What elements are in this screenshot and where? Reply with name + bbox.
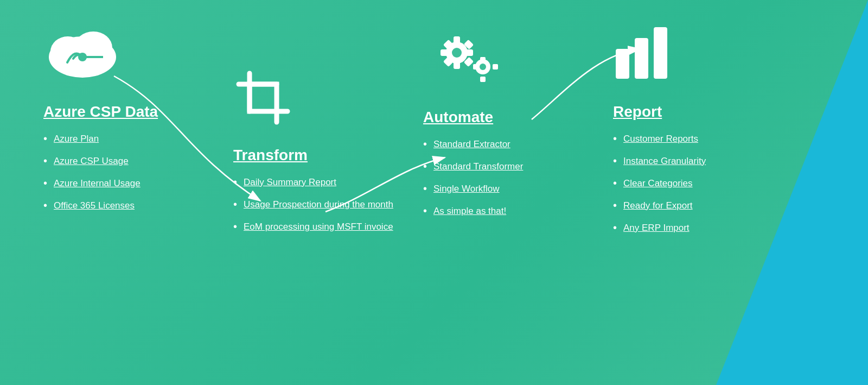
transform-section: Transform Daily Summary Report Usage Pro…	[222, 49, 412, 248]
clear-categories-link[interactable]: Clear Categories	[623, 178, 693, 189]
list-item: As simple as that!	[423, 205, 523, 217]
customer-reports-link[interactable]: Customer Reports	[623, 134, 698, 144]
azure-title: Azure CSP Data	[43, 103, 158, 121]
svg-rect-26	[493, 64, 498, 70]
report-icon	[613, 22, 673, 84]
svg-point-12	[452, 48, 462, 58]
transform-list: Daily Summary Report Usage Prospection d…	[233, 176, 393, 243]
list-item: Instance Granularity	[613, 155, 706, 167]
svg-rect-15	[441, 49, 448, 56]
svg-rect-8	[250, 84, 277, 111]
list-item: Standard Transformer	[423, 160, 523, 173]
list-item: Azure CSP Usage	[43, 155, 141, 167]
svg-rect-29	[654, 27, 667, 79]
azure-internal-usage-link[interactable]: Azure Internal Usage	[54, 178, 141, 189]
standard-transformer-link[interactable]: Standard Transformer	[433, 161, 523, 172]
svg-rect-13	[454, 36, 460, 44]
list-item: Standard Extractor	[423, 138, 523, 150]
office-365-link[interactable]: Office 365 Licenses	[54, 200, 135, 211]
list-item: Azure Plan	[43, 132, 141, 145]
svg-rect-25	[473, 64, 478, 70]
any-erp-import-link[interactable]: Any ERP Import	[623, 223, 690, 233]
eom-processing-link[interactable]: EoM processing using MSFT invoice	[244, 222, 393, 232]
report-section: Report Customer Reports Instance Granula…	[602, 16, 835, 249]
list-item: Daily Summary Report	[233, 176, 393, 188]
instance-granularity-link[interactable]: Instance Granularity	[623, 156, 706, 167]
transform-icon-area	[233, 54, 293, 141]
usage-prospection-link[interactable]: Usage Prospection during the month	[244, 199, 393, 210]
automate-section: Automate Standard Extractor Standard Tra…	[412, 16, 602, 232]
azure-section: Azure CSP Data Azure Plan Azure CSP Usag…	[33, 16, 222, 227]
standard-extractor-link[interactable]: Standard Extractor	[433, 139, 510, 150]
simple-as-that-link[interactable]: As simple as that!	[433, 206, 506, 217]
list-item: Clear Categories	[613, 177, 706, 190]
list-item: Single Workflow	[423, 182, 523, 195]
svg-rect-16	[465, 49, 473, 56]
report-list: Customer Reports Instance Granularity Cl…	[613, 132, 706, 244]
list-item: Usage Prospection during the month	[233, 198, 393, 211]
svg-rect-24	[480, 77, 486, 82]
list-item: Office 365 Licenses	[43, 199, 141, 212]
single-workflow-link[interactable]: Single Workflow	[433, 184, 500, 194]
automate-title: Automate	[423, 109, 493, 126]
list-item: Ready for Export	[613, 199, 706, 212]
svg-rect-27	[616, 49, 629, 79]
list-item: Azure Internal Usage	[43, 177, 141, 190]
daily-summary-link[interactable]: Daily Summary Report	[244, 177, 336, 188]
automate-icon-area	[423, 22, 502, 103]
transform-icon	[233, 68, 293, 128]
report-icon-area	[613, 22, 673, 98]
ready-for-export-link[interactable]: Ready for Export	[623, 200, 693, 211]
svg-rect-14	[454, 61, 460, 69]
azure-csp-usage-link[interactable]: Azure CSP Usage	[54, 156, 129, 167]
svg-rect-23	[480, 57, 486, 62]
automate-icon	[423, 22, 502, 92]
cloud-icon	[43, 22, 122, 81]
list-item: Any ERP Import	[613, 222, 706, 234]
cloud-icon-area	[43, 22, 122, 98]
svg-rect-28	[635, 38, 648, 79]
transform-title: Transform	[233, 147, 308, 164]
page-content: Azure CSP Data Azure Plan Azure CSP Usag…	[0, 0, 868, 385]
automate-list: Standard Extractor Standard Transformer …	[423, 138, 523, 227]
azure-plan-link[interactable]: Azure Plan	[54, 134, 99, 144]
list-item: Customer Reports	[613, 132, 706, 145]
report-title: Report	[613, 103, 662, 121]
azure-list: Azure Plan Azure CSP Usage Azure Interna…	[43, 132, 141, 222]
list-item: EoM processing using MSFT invoice	[233, 220, 393, 233]
svg-point-22	[480, 64, 486, 70]
